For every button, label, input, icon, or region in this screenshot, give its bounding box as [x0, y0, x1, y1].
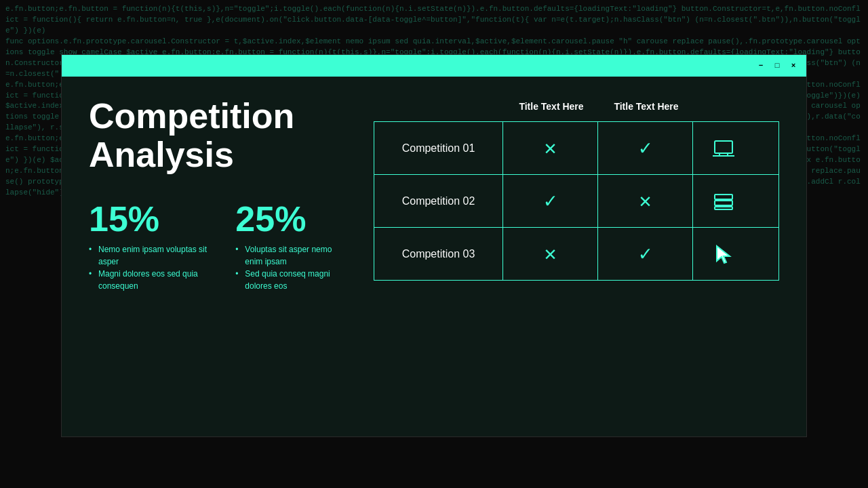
comp-name-2: Competition 02 [374, 175, 503, 227]
x-mark-icon: ✕ [639, 188, 651, 214]
minimize-button[interactable]: − [755, 60, 767, 71]
window-titlebar: − □ × [62, 55, 806, 77]
comp-check-2-1: ✓ [503, 175, 598, 227]
x-mark-icon: ✕ [544, 136, 556, 161]
check-mark-icon: ✓ [639, 241, 651, 266]
check-mark-icon: ✓ [639, 136, 651, 161]
maximize-button[interactable]: □ [771, 60, 783, 71]
svg-marker-7 [717, 246, 730, 263]
laptop-icon [711, 136, 736, 161]
col-header-1: Title Text Here [504, 97, 599, 116]
stat-percent-2: 25% [235, 201, 347, 237]
left-panel: Competition Analysis 15% Nemo enim ipsam… [89, 97, 347, 416]
comp-check-1-1: ✕ [503, 122, 598, 174]
competition-table: Competition 01 ✕ ✓ [374, 121, 779, 281]
stat-bullet-2-2: Sed quia conseq magni dolores eos [235, 268, 347, 292]
comp-icon-2 [693, 175, 754, 227]
layers-icon [711, 189, 736, 214]
comp-check-2-2: ✕ [598, 175, 693, 227]
col-header-icon [694, 97, 755, 116]
table-header-row: Title Text Here Title Text Here [374, 97, 779, 116]
svg-rect-5 [715, 201, 732, 205]
comp-icon-3 [693, 228, 754, 280]
stat-block-2: 25% Voluptas sit asper nemo enim ipsam S… [235, 201, 347, 292]
stat-bullet-1-2: Magni dolores eos sed quia consequen [89, 268, 208, 292]
main-window: − □ × Competition Analysis 15% Nemo enim… [61, 54, 807, 437]
cursor-icon [711, 242, 736, 266]
stat-bullets-2: Voluptas sit asper nemo enim ipsam Sed q… [235, 243, 347, 292]
x-mark-icon: ✕ [544, 241, 556, 266]
stat-bullets-1: Nemo enim ipsam voluptas sit asper Magni… [89, 243, 208, 292]
right-panel: Title Text Here Title Text Here Competit… [374, 97, 779, 416]
stat-percent-1: 15% [89, 201, 208, 237]
table-row: Competition 03 ✕ ✓ [374, 228, 778, 280]
comp-name-3: Competition 03 [374, 228, 503, 280]
stat-bullet-1-1: Nemo enim ipsam voluptas sit asper [89, 243, 208, 268]
table-row: Competition 01 ✕ ✓ [374, 122, 778, 175]
svg-rect-4 [715, 195, 732, 199]
comp-icon-1 [693, 122, 754, 174]
stat-block-1: 15% Nemo enim ipsam voluptas sit asper M… [89, 201, 208, 292]
check-mark-icon: ✓ [544, 188, 556, 214]
comp-name-1: Competition 01 [374, 122, 503, 174]
comp-check-3-1: ✕ [503, 228, 598, 280]
page-title: Competition Analysis [89, 97, 347, 174]
svg-rect-0 [715, 141, 732, 153]
table-row: Competition 02 ✓ ✕ [374, 175, 778, 228]
comp-check-1-2: ✓ [598, 122, 693, 174]
col-header-2: Title Text Here [599, 97, 694, 116]
comp-check-3-2: ✓ [598, 228, 693, 280]
stats-row: 15% Nemo enim ipsam voluptas sit asper M… [89, 201, 347, 292]
stat-bullet-2-1: Voluptas sit asper nemo enim ipsam [235, 243, 347, 268]
svg-rect-6 [715, 207, 732, 209]
close-button[interactable]: × [787, 60, 800, 71]
window-content: Competition Analysis 15% Nemo enim ipsam… [62, 77, 806, 436]
